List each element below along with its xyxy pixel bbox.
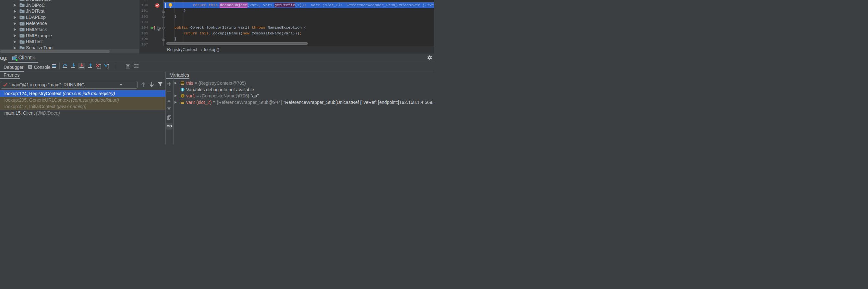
svg-text:p: p: [182, 94, 183, 97]
